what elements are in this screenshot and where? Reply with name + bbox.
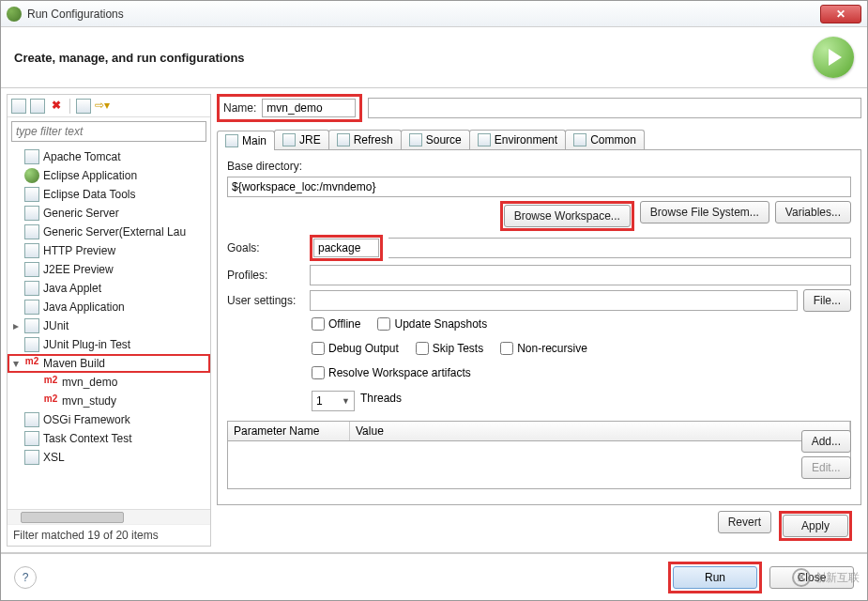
m2-icon: m2 [24,356,39,371]
osgi-icon [24,412,39,427]
tab-refresh[interactable]: Refresh [328,130,402,149]
basedir-input[interactable] [227,177,851,197]
source-tab-icon [409,133,422,146]
apply-highlight: Apply [779,511,852,541]
tree-item[interactable]: OSGi Framework [8,410,210,429]
tree-item-label: JUnit [43,319,69,332]
browse-filesystem-button[interactable]: Browse File System... [640,201,769,223]
update-snapshots-check[interactable]: Update Snapshots [377,317,487,331]
applet-icon [24,281,39,296]
tree-item[interactable]: JUnit Plug-in Test [8,335,210,354]
j2ee-icon [24,262,39,277]
tree-item-label: mvn_study [62,394,116,408]
tab-common[interactable]: Common [565,130,645,149]
goals-input[interactable] [313,239,379,257]
tree-item[interactable]: ▾m2Maven Build [8,354,210,373]
tree-item[interactable]: Generic Server(External Lau [8,223,210,241]
tab-label: Main [242,134,266,147]
filter-dropdown-icon[interactable]: ⇨▾ [95,99,110,114]
tree-item[interactable]: XSL [8,448,210,467]
expand-icon[interactable]: ▸ [11,319,21,332]
server-icon [24,224,39,239]
close-button[interactable]: ✕ [820,5,861,23]
run-button[interactable]: Run [673,566,757,589]
tree-item[interactable]: Java Applet [8,279,210,298]
window-titlebar: Run Configurations ✕ [1,1,867,27]
parameter-table-body[interactable] [228,441,850,488]
browse-ws-highlight: Browse Workspace... [500,201,634,231]
filter-box [11,121,206,142]
collapse-all-icon[interactable] [76,99,91,114]
help-button[interactable]: ? [14,566,37,589]
tree-item-label: Task Context Test [43,432,132,445]
server-icon [24,206,39,221]
filter-match-status: Filter matched 19 of 20 items [8,524,210,546]
new-config-icon[interactable] [11,99,26,114]
tab-jre[interactable]: JRE [274,130,329,149]
usersettings-label: User settings: [227,294,304,307]
tab-environment[interactable]: Environment [469,130,566,149]
resolve-ws-check[interactable]: Resolve Workspace artifacts [312,366,471,379]
usersettings-input[interactable] [310,290,798,311]
tree-item[interactable]: Java Application [8,298,210,316]
tree-item-label: mvn_demo [62,376,117,389]
tree-toolbar: ✖ ⇨▾ [8,95,210,117]
offline-check[interactable]: Offline [312,317,360,331]
tab-main[interactable]: Main [217,131,275,150]
main-tab-form: Base directory: Browse Workspace... Brow… [217,150,861,505]
tree-item-label: Java Application [43,300,125,314]
tree-item[interactable]: Generic Server [8,204,210,223]
add-param-button[interactable]: Add... [801,430,851,453]
file-button[interactable]: File... [803,289,851,312]
tree-item[interactable]: HTTP Preview [8,241,210,260]
tree-item-label: JUnit Plug-in Test [43,338,130,351]
tab-label: Refresh [354,133,393,146]
skip-tests-check[interactable]: Skip Tests [416,342,483,355]
tree-item-label: Eclipse Application [43,169,137,182]
delete-config-icon[interactable]: ✖ [49,99,64,114]
tree-item[interactable]: ▸JUnit [8,316,210,335]
basedir-label: Base directory: [227,160,304,173]
tab-source[interactable]: Source [401,130,470,149]
tree-item[interactable]: Eclipse Application [8,166,210,185]
app-icon [7,7,22,22]
param-col-name[interactable]: Parameter Name [228,422,350,440]
filter-input[interactable] [11,121,206,142]
tree-item[interactable]: Task Context Test [8,429,210,448]
tree-item[interactable]: Eclipse Data Tools [8,185,210,204]
tab-label: Environment [495,133,557,146]
env-tab-icon [478,133,491,146]
tree-item[interactable]: m2mvn_study [8,392,210,410]
tree-item[interactable]: Apache Tomcat [8,147,210,166]
run-highlight: Run [668,562,762,593]
tabs: MainJRERefreshSourceEnvironmentCommon [217,130,861,150]
non-recursive-check[interactable]: Non-recursive [500,342,587,355]
tree-item-label: Generic Server(External Lau [43,225,186,239]
tomcat-icon [24,149,39,164]
scrollbar-thumb[interactable] [21,512,124,523]
revert-button[interactable]: Revert [718,511,771,533]
horizontal-scrollbar[interactable] [8,509,210,524]
tree-item-label: XSL [43,451,65,464]
xsl-icon [24,450,39,465]
config-tree[interactable]: Apache TomcatEclipse ApplicationEclipse … [8,146,210,509]
tree-item-label: Eclipse Data Tools [43,188,136,201]
variables-button[interactable]: Variables... [775,201,851,223]
name-label: Name: [223,101,256,115]
tree-item[interactable]: m2mvn_demo [8,373,210,392]
tree-item-label: Apache Tomcat [43,150,121,163]
tree-item[interactable]: J2EE Preview [8,260,210,279]
duplicate-config-icon[interactable] [30,99,45,114]
param-col-value[interactable]: Value [350,422,850,440]
debug-output-check[interactable]: Debug Output [312,342,399,355]
goals-input-ext[interactable] [388,238,851,258]
threads-spinner[interactable]: 1▼ [312,391,355,411]
apply-button[interactable]: Apply [783,515,848,537]
watermark-text: 创新互联 [815,570,860,586]
name-input[interactable] [262,99,356,117]
config-editor: Name: MainJRERefreshSourceEnvironmentCom… [217,94,861,547]
profiles-input[interactable] [310,265,851,285]
name-input-ext[interactable] [368,98,861,118]
expand-icon[interactable]: ▾ [11,357,21,370]
browse-workspace-button[interactable]: Browse Workspace... [504,205,631,227]
